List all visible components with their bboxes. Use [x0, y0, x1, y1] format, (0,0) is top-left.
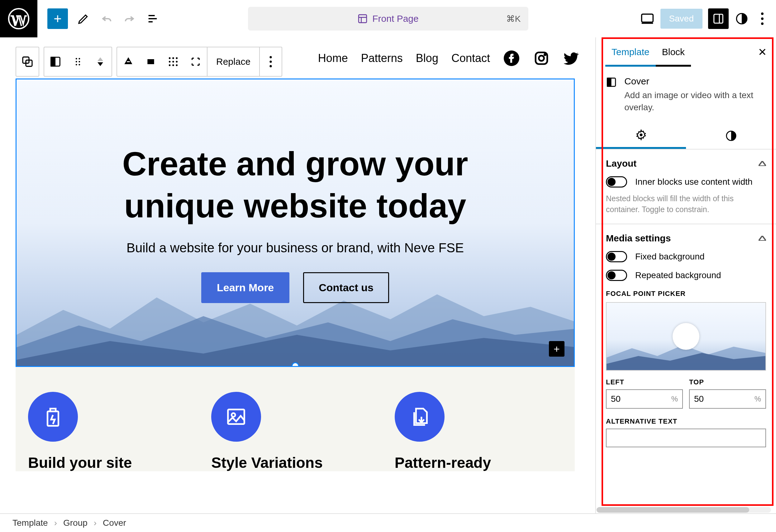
feature-title: Pattern-ready — [395, 454, 562, 471]
nav-link-contact[interactable]: Contact — [451, 52, 490, 65]
facebook-icon[interactable] — [503, 50, 520, 67]
svg-point-6 — [761, 17, 764, 20]
view-desktop-icon[interactable] — [640, 11, 655, 26]
document-title: Front Page — [372, 13, 418, 24]
align-icon[interactable] — [117, 47, 140, 76]
instagram-icon[interactable] — [533, 50, 550, 67]
more-menu-icon[interactable] — [755, 11, 770, 26]
block-description: Add an image or video with a text overla… — [624, 89, 766, 113]
toggle-label: Fixed background — [635, 252, 705, 261]
cover-subheading[interactable]: Build a website for your business or bra… — [127, 240, 464, 255]
svg-point-16 — [76, 64, 77, 65]
contact-us-button[interactable]: Contact us — [303, 272, 389, 303]
sidebar-tabs: Template Block ✕ — [596, 37, 776, 67]
replace-button[interactable]: Replace — [207, 47, 259, 76]
tab-template[interactable]: Template — [605, 37, 656, 67]
svg-point-20 — [169, 57, 171, 59]
toggle-label: Repeated background — [635, 271, 721, 280]
nav-link-patterns[interactable]: Patterns — [361, 52, 403, 65]
close-icon[interactable]: ✕ — [758, 46, 767, 58]
svg-point-29 — [269, 56, 272, 58]
editor-canvas: Replace Home Patterns Blog Contact Creat… — [0, 37, 595, 513]
toggle-label: Inner blocks use content width — [635, 177, 753, 187]
breadcrumb-item[interactable]: Cover — [103, 518, 126, 528]
breadcrumb: Template › Group › Cover — [0, 513, 776, 532]
grid-icon[interactable] — [162, 47, 184, 76]
horizontal-scrollbar[interactable] — [597, 507, 771, 513]
focal-point-picker[interactable] — [606, 302, 766, 371]
drag-handle-icon[interactable] — [67, 47, 89, 76]
fullheight-icon[interactable] — [184, 47, 207, 76]
top-toolbar: + Front Page ⌘K Saved — [0, 0, 776, 37]
parent-block-icon[interactable] — [16, 47, 39, 76]
chevron-up-icon[interactable] — [759, 236, 766, 241]
nav-link-home[interactable]: Home — [318, 52, 348, 65]
panel-title: Media settings — [606, 233, 671, 243]
wordpress-logo[interactable] — [0, 0, 37, 37]
fixed-background-toggle[interactable] — [606, 251, 627, 262]
edit-tool-icon[interactable] — [76, 11, 91, 26]
svg-point-27 — [172, 64, 174, 66]
document-title-bar[interactable]: Front Page ⌘K — [248, 7, 528, 30]
site-navigation: Home Patterns Blog Contact — [318, 50, 580, 67]
feature-item: Style Variations — [211, 392, 379, 471]
left-label: LEFT — [606, 378, 683, 386]
svg-rect-2 — [641, 14, 653, 22]
cover-heading[interactable]: Create and grow yourunique website today — [122, 143, 468, 227]
cover-block-icon[interactable] — [44, 47, 67, 76]
svg-point-22 — [176, 57, 178, 59]
focal-point-label: FOCAL POINT PICKER — [606, 290, 766, 298]
settings-sidebar: Template Block ✕ Cover Add an image or v… — [595, 37, 776, 513]
list-view-icon[interactable] — [145, 11, 160, 26]
svg-point-34 — [539, 56, 544, 61]
settings-tab-icon[interactable] — [596, 123, 686, 149]
styles-tab-icon[interactable] — [686, 123, 776, 149]
undo-icon[interactable] — [99, 11, 114, 26]
panel-title: Layout — [606, 158, 636, 169]
features-row: Build your site Style Variations Pattern… — [16, 367, 575, 471]
svg-point-15 — [78, 61, 80, 62]
left-input[interactable]: 50% — [606, 389, 683, 409]
svg-point-17 — [78, 64, 80, 65]
twitter-icon[interactable] — [563, 50, 580, 67]
breadcrumb-item[interactable]: Group — [63, 518, 87, 528]
svg-point-23 — [169, 61, 171, 62]
breadcrumb-item[interactable]: Template — [12, 518, 48, 528]
styles-icon[interactable] — [734, 11, 749, 26]
image-icon — [211, 392, 261, 442]
block-more-icon[interactable] — [259, 47, 281, 76]
chevron-up-icon[interactable] — [759, 161, 766, 166]
tab-block[interactable]: Block — [656, 37, 691, 67]
svg-point-13 — [78, 58, 80, 59]
help-text: Nested blocks will fill the width of thi… — [606, 193, 766, 215]
alt-text-input[interactable] — [606, 428, 766, 447]
svg-point-31 — [269, 65, 272, 67]
save-button[interactable]: Saved — [660, 9, 703, 29]
layout-panel: Layout Inner blocks use content width Ne… — [596, 150, 776, 224]
svg-point-12 — [76, 58, 77, 59]
add-block-button[interactable]: + — [47, 8, 68, 29]
redo-icon[interactable] — [122, 11, 137, 26]
learn-more-button[interactable]: Learn More — [201, 272, 289, 303]
svg-point-14 — [76, 61, 77, 62]
cover-block[interactable]: Create and grow yourunique website today… — [16, 78, 575, 367]
svg-point-25 — [176, 61, 178, 62]
feature-item: Pattern-ready — [395, 392, 562, 471]
feature-title: Build your site — [28, 454, 196, 471]
settings-panel-toggle[interactable] — [708, 8, 729, 29]
svg-rect-11 — [51, 57, 55, 66]
content-width-toggle[interactable] — [606, 176, 627, 187]
focal-point-handle[interactable] — [672, 323, 699, 350]
top-input[interactable]: 50% — [689, 389, 766, 409]
download-icon — [395, 392, 444, 442]
svg-rect-1 — [359, 15, 367, 23]
content-position-icon[interactable] — [140, 47, 162, 76]
cover-buttons: Learn More Contact us — [201, 272, 389, 303]
add-inner-block-button[interactable]: + — [549, 341, 565, 357]
block-info: Cover Add an image or video with a text … — [596, 67, 776, 123]
chevron-right-icon: › — [94, 518, 96, 528]
move-arrows-icon[interactable] — [89, 47, 112, 76]
svg-rect-18 — [127, 61, 130, 62]
nav-link-blog[interactable]: Blog — [416, 52, 438, 65]
repeated-background-toggle[interactable] — [606, 270, 627, 281]
